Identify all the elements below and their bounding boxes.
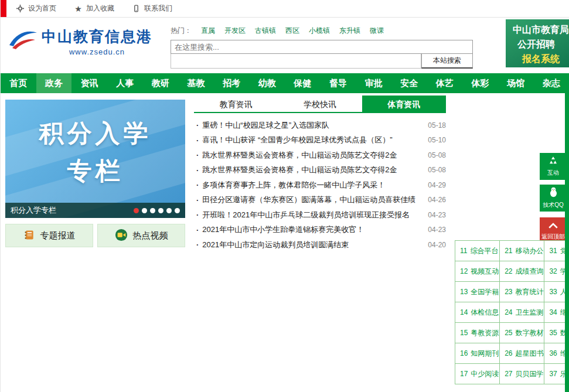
special-reports-button[interactable]: 专题报道 (5, 224, 93, 247)
news-link[interactable]: 田径分区邀请赛（华东赛区）圆满落幕，中山籍运动员喜获佳绩 (202, 195, 422, 205)
table-row: 11综合平台 21移动办公 31党 (455, 241, 569, 261)
table-row: 14体检信息 24卫生监测 34继 (455, 302, 569, 323)
news-date: 05-18 (428, 121, 446, 129)
carousel-dot[interactable] (175, 208, 180, 213)
news-date: 04-20 (428, 241, 446, 249)
carousel-slide-text: 积分入学 专栏 (5, 117, 185, 188)
page: 设为首页 ★ 加入收藏 联系我们 中山教育信息港 www.zsedu.cn (0, 0, 569, 392)
cell-label: 体检信息 (471, 308, 499, 316)
hot-link-guzhenzhen[interactable]: 古镇镇 (255, 26, 276, 36)
cell-number: 34 (549, 308, 557, 316)
cell-label: 贝贝国学 (516, 370, 544, 378)
site-search-button[interactable]: 本站搜索 (421, 54, 473, 69)
quick-link-cell[interactable]: 15粤教资源 (455, 323, 500, 343)
carousel[interactable]: 积分入学 专栏 积分入学专栏 (5, 100, 185, 218)
table-row: 13全国学籍 23教育统计 33人 (455, 282, 569, 302)
bullet-icon: · (196, 136, 199, 145)
quick-link-cell[interactable]: 24卫生监测 (500, 302, 544, 323)
main-content: 积分入学 专栏 积分入学专栏 专题报道 (1, 93, 569, 392)
news-item: · 开班啦！2021年中山市乒乓球二级裁判员培训班现正接受报名 04-23 (194, 207, 446, 223)
cell-number: 25 (505, 329, 512, 337)
quick-link-cell[interactable]: 14体检信息 (455, 302, 500, 323)
cell-label: 综合平台 (470, 247, 498, 255)
news-date: 05-10 (428, 136, 446, 144)
cell-number: 32 (549, 267, 557, 275)
nav-item-zazhi[interactable]: 杂志 (533, 73, 569, 93)
news-link[interactable]: 喜讯！中山获评 “全国青少年校园足球优秀试点县（区）” (202, 135, 422, 145)
nav-item-home[interactable]: 首页 (1, 73, 36, 93)
nav-item-tiyi[interactable]: 体艺 (427, 73, 463, 93)
interact-button[interactable]: 互动 (540, 153, 567, 180)
nav-item-jiaoyan[interactable]: 教研 (143, 73, 179, 93)
nav-item-shenpi[interactable]: 审批 (356, 73, 391, 93)
tab-sports-news[interactable]: 体育资讯 (362, 96, 446, 112)
nav-item-renshi[interactable]: 人事 (107, 73, 143, 93)
hot-link-kaifaqu[interactable]: 开发区 (224, 26, 246, 36)
site-logo[interactable]: 中山教育信息港 www.zsedu.cn (8, 27, 152, 56)
slide-title-line2: 专栏 (5, 155, 185, 188)
carousel-dot[interactable] (166, 208, 172, 213)
news-link[interactable]: 2021年中山市定向运动裁判员培训圆满结束 (202, 240, 422, 250)
set-home-link[interactable]: 设为首页 (16, 4, 56, 13)
cell-number: 13 (460, 288, 468, 296)
recruitment-banner[interactable]: 中山市教育局 公开招聘 报名系统 (506, 19, 569, 67)
news-link[interactable]: 多项体育赛事齐上阵，教体君陪你一睹中山学子风采！ (202, 180, 422, 190)
nav-item-zhengwu[interactable]: 政务 (36, 73, 72, 93)
nav-item-youjiao[interactable]: 幼教 (249, 73, 285, 93)
quick-link-cell[interactable]: 17中少阅读 (455, 364, 500, 384)
cell-number: 33 (549, 288, 557, 296)
carousel-dot[interactable] (134, 208, 139, 213)
news-link[interactable]: 重磅！中山“校园足球之星”入选国家队 (202, 120, 422, 131)
cell-label: 全国学籍 (471, 288, 499, 296)
quick-link-cell[interactable]: 27贝贝国学 (500, 364, 544, 384)
gear-icon (16, 4, 25, 13)
tab-school-news[interactable]: 学校快讯 (278, 96, 362, 112)
hot-link-dongshengzhen[interactable]: 东升镇 (339, 26, 360, 36)
quick-link-cell[interactable]: 12视频互动 (455, 261, 500, 282)
nav-item-dudao[interactable]: 督导 (321, 73, 356, 93)
news-link[interactable]: 开班啦！2021年中山市乒乓球二级裁判员培训班现正接受报名 (202, 210, 422, 220)
quick-link-cell[interactable]: 11综合平台 (455, 241, 500, 261)
nav-item-anquan[interactable]: 安全 (391, 73, 427, 93)
hot-link-zhishu[interactable]: 直属 (201, 26, 215, 36)
hot-link-xiaolanzhen[interactable]: 小榄镇 (309, 26, 330, 36)
cell-label: 教育统计 (516, 288, 544, 296)
quick-link-cell[interactable]: 23教育统计 (500, 282, 544, 302)
news-link[interactable]: 跳水世界杯暨奥运会资格赛，中山籍运动员陈艺文夺得2金 (202, 165, 422, 175)
tech-qq-button[interactable]: 技术QQ (540, 185, 567, 212)
search-input[interactable] (171, 40, 473, 54)
nav-item-baojian[interactable]: 保健 (285, 73, 321, 93)
nav-item-changguan[interactable]: 场馆 (498, 73, 534, 93)
carousel-dot[interactable] (158, 208, 163, 213)
add-favorites-link[interactable]: ★ 加入收藏 (74, 4, 114, 13)
hot-label: 热门： (171, 26, 192, 36)
cell-number: 16 (460, 349, 468, 357)
news-link[interactable]: 2021年中山市中小学生跆拳道锦标赛完美收官！ (202, 224, 422, 235)
quick-link-cell[interactable]: 21移动办公 (500, 241, 544, 261)
nav-item-zhaokao[interactable]: 招考 (214, 73, 250, 93)
news-list: · 重磅！中山“校园足球之星”入选国家队 05-18 · 喜讯！中山获评 “全国… (194, 118, 446, 253)
tab-education-news[interactable]: 教育资讯 (194, 96, 278, 112)
news-item: · 2021年中山市中小学生跆拳道锦标赛完美收官！ 04-23 (194, 223, 446, 238)
cell-label: 粤教资源 (471, 329, 499, 337)
hot-videos-button[interactable]: 热点视频 (97, 224, 185, 247)
carousel-caption-bar: 积分入学专栏 (5, 203, 185, 218)
quick-link-cell[interactable]: 16知网期刊 (455, 343, 500, 364)
carousel-dot[interactable] (142, 208, 147, 213)
carousel-dot[interactable] (150, 208, 155, 213)
nav-item-jijiao[interactable]: 基教 (178, 73, 214, 93)
quick-link-cell[interactable]: 25数字教材 (500, 323, 544, 343)
cell-number: 15 (460, 329, 468, 337)
nav-item-ticai[interactable]: 体彩 (462, 73, 498, 93)
quick-link-cell[interactable]: 26超星图书 (500, 343, 544, 364)
quick-link-cell[interactable]: 22成绩查询 (500, 261, 544, 282)
hot-link-weike[interactable]: 微课 (370, 26, 384, 36)
quick-link-cell[interactable]: 13全国学籍 (455, 282, 500, 302)
recruitment-line1: 中山市教育局 (513, 23, 569, 38)
header: 中山教育信息港 www.zsedu.cn 热门： 直属 开发区 古镇镇 西区 小… (1, 18, 569, 73)
hot-link-xiqu[interactable]: 西区 (285, 26, 299, 36)
search-row: 本站搜索 (171, 54, 473, 69)
contact-us-link[interactable]: 联系我们 (132, 4, 172, 13)
news-link[interactable]: 跳水世界杯暨奥运会资格赛，中山籍运动员陈艺文夺得2金 (202, 150, 422, 161)
nav-item-zixun[interactable]: 资讯 (71, 73, 107, 93)
